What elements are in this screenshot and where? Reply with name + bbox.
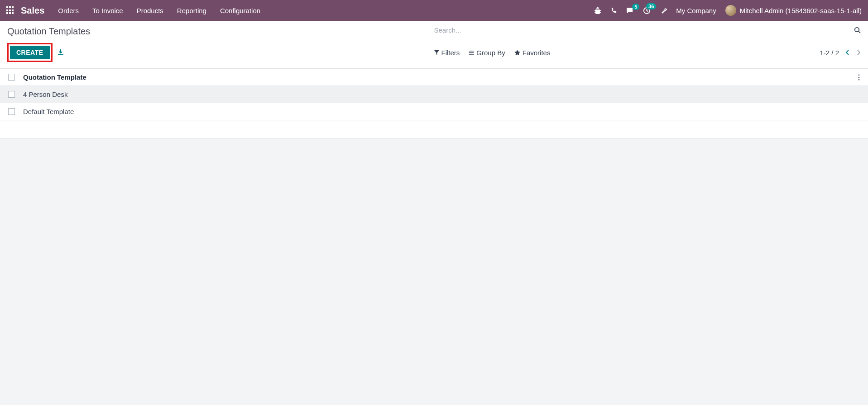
column-header-name[interactable]: Quotation Template	[23, 73, 858, 81]
chat-badge: 5	[632, 4, 639, 10]
apps-icon[interactable]	[6, 6, 14, 14]
svg-point-1	[855, 28, 859, 32]
download-icon[interactable]	[57, 49, 64, 56]
company-selector[interactable]: My Company	[676, 7, 716, 14]
bug-icon[interactable]	[594, 7, 601, 14]
top-navbar: Sales Orders To Invoice Products Reporti…	[0, 0, 868, 21]
chat-icon[interactable]: 5	[626, 7, 634, 14]
table-row[interactable]: Default Template	[0, 103, 868, 120]
pager: 1-2 / 2	[820, 49, 861, 57]
avatar	[725, 5, 736, 16]
create-button[interactable]: CREATE	[10, 46, 50, 59]
search-bar	[434, 26, 861, 36]
kebab-icon[interactable]	[858, 74, 860, 81]
nav-to-invoice[interactable]: To Invoice	[92, 7, 123, 14]
search-icon[interactable]	[854, 27, 861, 33]
svg-point-4	[858, 79, 860, 80]
user-menu[interactable]: Mitchell Admin (15843602-saas-15-1-all)	[725, 5, 862, 16]
search-input[interactable]	[434, 26, 854, 34]
list-footer-blank	[0, 120, 868, 138]
phone-icon[interactable]	[610, 7, 617, 14]
page-title: Quotation Templates	[7, 26, 434, 37]
nav-reporting[interactable]: Reporting	[177, 7, 206, 14]
row-name: 4 Person Desk	[23, 91, 860, 98]
tools-icon[interactable]	[660, 7, 667, 14]
list-view: Quotation Template 4 Person Desk Default…	[0, 69, 868, 138]
user-name: Mitchell Admin (15843602-saas-15-1-all)	[740, 7, 862, 14]
nav-configuration[interactable]: Configuration	[220, 7, 260, 14]
nav-products[interactable]: Products	[137, 7, 163, 14]
favorites-label: Favorites	[523, 49, 551, 57]
pager-next[interactable]	[856, 49, 861, 56]
svg-point-2	[858, 74, 860, 76]
app-brand[interactable]: Sales	[21, 5, 44, 16]
groupby-button[interactable]: Group By	[469, 49, 505, 57]
pager-prev[interactable]	[845, 49, 850, 56]
filter-toolbar: Filters Group By Favorites	[434, 49, 551, 57]
favorites-button[interactable]: Favorites	[514, 49, 551, 57]
nav-orders[interactable]: Orders	[58, 7, 79, 14]
list-header: Quotation Template	[0, 69, 868, 86]
pager-text: 1-2 / 2	[820, 49, 839, 57]
clock-icon[interactable]: 36	[643, 7, 651, 14]
select-all-checkbox[interactable]	[8, 74, 15, 81]
filters-label: Filters	[441, 49, 460, 57]
row-checkbox[interactable]	[8, 91, 15, 98]
control-panel: Quotation Templates CREATE Fil	[0, 21, 868, 69]
table-row[interactable]: 4 Person Desk	[0, 86, 868, 103]
svg-point-3	[858, 76, 860, 78]
row-name: Default Template	[23, 108, 860, 115]
filters-button[interactable]: Filters	[434, 49, 460, 57]
create-highlight: CREATE	[7, 43, 53, 62]
main-nav: Orders To Invoice Products Reporting Con…	[58, 7, 260, 14]
row-checkbox[interactable]	[8, 108, 15, 115]
topbar-right: 5 36 My Company Mitchell Admin (15843602…	[594, 5, 862, 16]
groupby-label: Group By	[476, 49, 505, 57]
clock-badge: 36	[646, 3, 656, 10]
